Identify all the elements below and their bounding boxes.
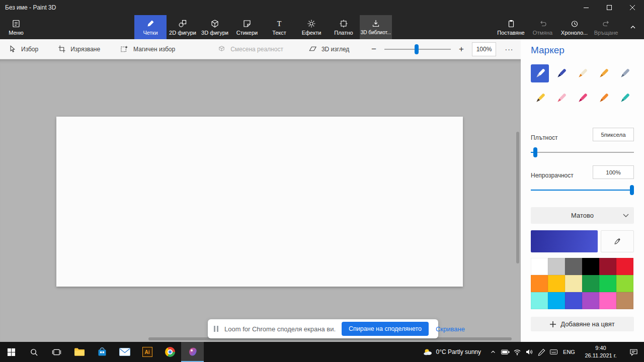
menu-label: Меню bbox=[9, 30, 24, 36]
zoom-level-value[interactable]: 100% bbox=[472, 42, 496, 56]
crop-tool-button[interactable]: Изрязване bbox=[57, 45, 100, 53]
color-swatch-14[interactable] bbox=[548, 292, 565, 309]
color-swatch-16[interactable] bbox=[582, 292, 599, 309]
magic-select-button[interactable]: Магичен избор bbox=[120, 45, 175, 53]
finish-dropdown-value: Матово bbox=[571, 212, 594, 219]
title-bar: Без име - Paint 3D bbox=[0, 0, 644, 15]
color-swatch-3[interactable] bbox=[565, 258, 582, 275]
maximize-button[interactable] bbox=[598, 0, 621, 15]
brush-fill[interactable] bbox=[615, 89, 633, 107]
color-swatch-15[interactable] bbox=[565, 292, 582, 309]
brush-eraser[interactable] bbox=[552, 89, 570, 107]
mail-button[interactable] bbox=[113, 342, 136, 362]
microsoft-store-button[interactable] bbox=[91, 342, 113, 362]
history-button[interactable]: Хроноло... bbox=[558, 15, 590, 39]
language-indicator[interactable]: ENG bbox=[559, 342, 579, 362]
3d-view-button[interactable]: 3D изглед bbox=[308, 45, 349, 53]
menu-button[interactable]: Меню bbox=[0, 15, 32, 39]
start-button[interactable] bbox=[0, 342, 23, 362]
minimize-button[interactable] bbox=[575, 0, 598, 15]
thickness-slider-track bbox=[531, 152, 634, 153]
network-icon[interactable] bbox=[511, 342, 523, 362]
color-swatch-1[interactable] bbox=[531, 258, 548, 275]
volume-icon[interactable] bbox=[523, 342, 535, 362]
brush-watercolor[interactable] bbox=[594, 64, 612, 82]
color-swatch-17[interactable] bbox=[599, 292, 616, 309]
color-swatch-13[interactable] bbox=[531, 292, 548, 309]
folder-icon bbox=[74, 347, 85, 356]
brush-crayon[interactable] bbox=[573, 89, 591, 107]
color-swatch-7[interactable] bbox=[531, 275, 548, 292]
color-swatch-11[interactable] bbox=[599, 275, 616, 292]
brush-pencil[interactable] bbox=[531, 89, 549, 107]
collapse-ribbon-button[interactable] bbox=[626, 21, 640, 33]
undo-button[interactable]: Отмяна bbox=[527, 15, 558, 39]
brush-marker[interactable] bbox=[531, 64, 549, 82]
brush-pixel-pen[interactable] bbox=[615, 64, 633, 82]
tab-stickers[interactable]: Стикери bbox=[231, 15, 263, 39]
drawing-canvas[interactable] bbox=[56, 117, 463, 287]
more-options-button[interactable]: ··· bbox=[503, 45, 516, 53]
thickness-slider-thumb[interactable] bbox=[533, 147, 537, 157]
zoom-slider-thumb[interactable] bbox=[415, 44, 419, 54]
screen-share-notification: Loom for Chrome споделя екрана ви. Спира… bbox=[208, 319, 438, 338]
zoom-out-button[interactable]: − bbox=[370, 44, 378, 54]
hide-link[interactable]: Скриване bbox=[436, 325, 465, 333]
magic-select-icon bbox=[120, 45, 129, 53]
close-button[interactable] bbox=[621, 0, 644, 15]
brush-calligraphy-pen[interactable] bbox=[552, 64, 570, 82]
finish-dropdown[interactable]: Матово bbox=[531, 207, 634, 224]
taskbar-clock[interactable]: 9:40 26.11.2021 г. bbox=[579, 342, 623, 362]
tab-3d-shapes[interactable]: 3D фигури bbox=[199, 15, 231, 39]
paint3d-taskbar-button[interactable] bbox=[181, 342, 204, 362]
paste-button[interactable]: Поставяне bbox=[495, 15, 527, 39]
pen-icon[interactable] bbox=[535, 342, 547, 362]
thickness-input[interactable]: 5пиксела bbox=[593, 128, 634, 141]
weather-widget[interactable]: 0°C Partly sunny bbox=[417, 342, 487, 362]
select-cursor-icon bbox=[8, 45, 17, 53]
color-swatch-18[interactable] bbox=[616, 292, 633, 309]
task-view-button[interactable] bbox=[45, 342, 68, 362]
tab-text[interactable]: T Текст bbox=[263, 15, 295, 39]
color-swatch-5[interactable] bbox=[599, 258, 616, 275]
color-swatch-10[interactable] bbox=[582, 275, 599, 292]
stop-sharing-button[interactable]: Спиране на споделянето bbox=[342, 322, 429, 336]
color-swatch-9[interactable] bbox=[565, 275, 582, 292]
tab-effects[interactable]: Ефекти bbox=[295, 15, 328, 39]
tab-3d-library[interactable]: 3D библиот... bbox=[360, 15, 392, 39]
color-swatch-2[interactable] bbox=[548, 258, 565, 275]
color-swatch-12[interactable] bbox=[616, 275, 633, 292]
tray-chevron-up-icon[interactable] bbox=[487, 342, 499, 362]
illustrator-button[interactable]: Ai bbox=[136, 342, 158, 362]
thickness-label: Плътност bbox=[531, 134, 557, 141]
thickness-slider[interactable] bbox=[531, 147, 634, 157]
brush-oil-brush[interactable] bbox=[573, 64, 591, 82]
vertical-scrollbar[interactable] bbox=[516, 132, 519, 263]
tab-canvas[interactable]: Платно bbox=[328, 15, 360, 39]
chrome-button[interactable] bbox=[158, 342, 181, 362]
zoom-slider[interactable] bbox=[384, 44, 451, 54]
select-tool-button[interactable]: Избор bbox=[8, 45, 38, 53]
file-explorer-button[interactable] bbox=[68, 342, 91, 362]
opacity-input[interactable]: 100% bbox=[593, 165, 634, 179]
zoom-in-button[interactable]: + bbox=[457, 44, 465, 54]
color-swatch-4[interactable] bbox=[582, 258, 599, 275]
brush-grid bbox=[531, 64, 634, 107]
tab-brushes[interactable]: Четки bbox=[134, 15, 167, 39]
current-color-preview[interactable] bbox=[531, 230, 598, 252]
opacity-slider-thumb[interactable] bbox=[630, 185, 634, 195]
taskbar-search-button[interactable] bbox=[23, 342, 45, 362]
redo-button[interactable]: Връщане bbox=[590, 15, 622, 39]
color-swatch-8[interactable] bbox=[548, 275, 565, 292]
battery-icon[interactable] bbox=[499, 342, 511, 362]
add-color-button[interactable]: Добавяне на цвят bbox=[531, 317, 634, 331]
action-center-button[interactable] bbox=[623, 342, 644, 362]
tab-2d-shapes[interactable]: 2D фигури bbox=[167, 15, 199, 39]
brush-spray-can[interactable] bbox=[594, 89, 612, 107]
mixed-reality-button[interactable]: Смесена реалност bbox=[217, 45, 283, 53]
eyedropper-button[interactable] bbox=[601, 230, 634, 252]
mail-icon bbox=[119, 348, 130, 356]
touch-keyboard-icon[interactable] bbox=[547, 342, 559, 362]
color-swatch-6[interactable] bbox=[616, 258, 633, 275]
opacity-slider[interactable] bbox=[531, 185, 634, 195]
